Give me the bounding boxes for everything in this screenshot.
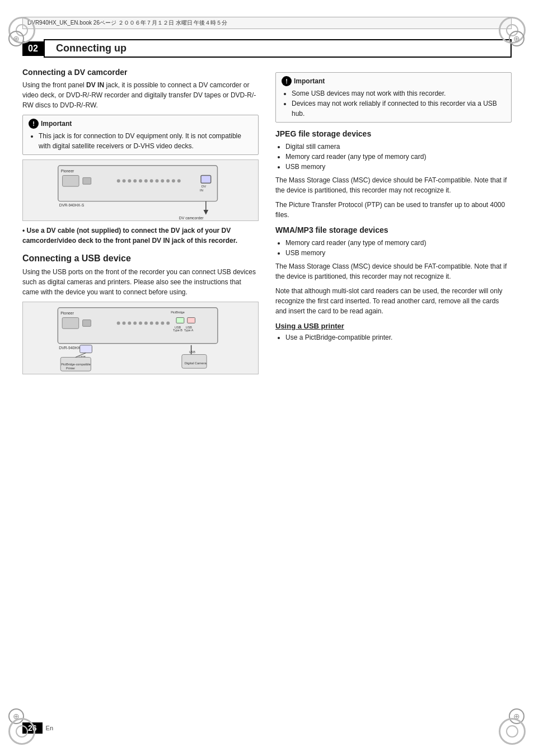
- usb-important-box: ! Important Some USB devices may not wor…: [275, 72, 512, 123]
- dv-important-box: ! Important This jack is for connection …: [22, 115, 259, 155]
- svg-rect-24: [62, 318, 79, 329]
- list-item: Use a PictBridge-compatible printer.: [285, 332, 512, 342]
- dv-important-header: ! Important: [29, 119, 252, 129]
- svg-text:DV camcorder: DV camcorder: [179, 216, 204, 220]
- corner-mark-tr: ⊕: [509, 31, 526, 48]
- svg-rect-0: [58, 166, 218, 201]
- svg-point-34: [161, 321, 164, 325]
- svg-text:Type A: Type A: [184, 328, 194, 332]
- svg-rect-39: [188, 318, 195, 323]
- dv-section-title: Connecting a DV camcorder: [22, 68, 259, 77]
- svg-point-29: [133, 321, 137, 325]
- usb-important-header: ! Important: [282, 76, 505, 86]
- warning-icon-usb: !: [282, 76, 292, 86]
- page-lang: En: [46, 725, 53, 731]
- list-item: Devices may not work reliably if connect…: [292, 98, 505, 119]
- svg-point-6: [128, 179, 131, 182]
- right-column: ! Important Some USB devices may not wor…: [275, 68, 512, 379]
- svg-text:PictBridge: PictBridge: [171, 311, 185, 314]
- svg-rect-22: [58, 308, 218, 344]
- svg-point-13: [166, 179, 170, 182]
- svg-point-33: [156, 321, 159, 325]
- list-item: This jack is for connection to DV equipm…: [39, 131, 252, 151]
- chapter-title: Connecting up: [44, 39, 512, 58]
- svg-point-30: [139, 321, 142, 325]
- svg-rect-2: [63, 175, 79, 186]
- bottom-right-decoration: [499, 718, 526, 745]
- svg-text:IN: IN: [200, 189, 203, 192]
- list-item: Digital still camera: [285, 142, 512, 152]
- svg-point-12: [161, 179, 164, 182]
- usb-printer-section: Using a USB printer Use a PictBridge-com…: [275, 322, 512, 342]
- usb-important-label: Important: [294, 77, 325, 85]
- svg-point-4: [117, 179, 120, 182]
- svg-point-27: [123, 321, 126, 325]
- dv-important-list: This jack is for connection to DV equipm…: [29, 131, 252, 151]
- usb-device-diagram: Pioneer: [22, 302, 259, 374]
- wma-section-title: WMA/MP3 file storage devices: [275, 226, 512, 234]
- svg-text:Digital Camera: Digital Camera: [185, 361, 207, 365]
- file-header: DVR940HX_UK_EN.book 26ページ ２００６年７月１２日 水曜日…: [22, 17, 512, 29]
- usb-important-list: Some USB devices may not work with this …: [282, 88, 505, 119]
- list-item: Some USB devices may not work with this …: [292, 88, 505, 98]
- svg-point-26: [117, 321, 120, 325]
- svg-rect-3: [83, 177, 91, 184]
- wma-section: WMA/MP3 file storage devices Memory card…: [275, 226, 512, 316]
- file-header-text: DVR940HX_UK_EN.book 26ページ ２００６年７月１２日 水曜日…: [27, 20, 227, 26]
- dv-bold-note: • Use a DV cable (not supplied) to conne…: [22, 226, 259, 246]
- wma-body2: Note that although multi-slot card reade…: [275, 286, 512, 316]
- jpeg-section-title: JPEG file storage devices: [275, 129, 512, 138]
- dv-device-diagram: Pioneer: [22, 159, 259, 221]
- svg-rect-44: [80, 345, 92, 353]
- svg-point-9: [144, 179, 148, 182]
- dv-section-body: Using the front panel DV IN jack, it is …: [22, 80, 259, 110]
- svg-point-32: [150, 321, 153, 325]
- usb-printer-list: Use a PictBridge-compatible printer.: [275, 332, 512, 342]
- list-item: USB memory: [285, 248, 512, 258]
- jpeg-list: Digital still camera Memory card reader …: [275, 142, 512, 172]
- dv-important-label: Important: [41, 120, 72, 128]
- svg-text:Type B: Type B: [173, 328, 182, 332]
- svg-point-35: [166, 321, 170, 325]
- jpeg-section: JPEG file storage devices Digital still …: [275, 129, 512, 220]
- svg-point-5: [123, 179, 126, 182]
- usb-device-section: Connecting a USB device Using the USB po…: [22, 253, 259, 374]
- svg-point-10: [150, 179, 153, 182]
- jpeg-body1: The Mass Storage Class (MSC) device shou…: [275, 175, 512, 195]
- svg-point-31: [144, 321, 148, 325]
- bottom-left-decoration: [8, 718, 35, 745]
- svg-text:Pioneer: Pioneer: [60, 311, 74, 315]
- page: DVR940HX_UK_EN.book 26ページ ２００６年７月１２日 水曜日…: [0, 0, 534, 756]
- warning-icon-dv: !: [29, 119, 39, 129]
- svg-point-15: [177, 179, 181, 182]
- svg-text:USB: USB: [189, 350, 196, 354]
- left-column: Connecting a DV camcorder Using the fron…: [22, 68, 259, 379]
- svg-rect-36: [176, 318, 184, 323]
- list-item: USB memory: [285, 162, 512, 172]
- corner-mark-tl: ⊕: [8, 31, 25, 48]
- svg-rect-25: [83, 320, 91, 327]
- svg-text:DV: DV: [202, 185, 206, 188]
- svg-point-14: [172, 179, 175, 182]
- chapter-header: 02 Connecting up: [22, 39, 512, 58]
- svg-point-7: [133, 179, 137, 182]
- list-item: Memory card reader (any type of memory c…: [285, 238, 512, 248]
- svg-rect-16: [201, 175, 211, 183]
- usb-section-body: Using the USB ports on the front of the …: [22, 267, 259, 297]
- content-area: Connecting a DV camcorder Using the fron…: [22, 68, 512, 379]
- usb-printer-title: Using a USB printer: [275, 322, 512, 330]
- usb-section-title: Connecting a USB device: [22, 253, 259, 264]
- svg-point-28: [128, 321, 131, 325]
- svg-point-8: [139, 179, 142, 182]
- wma-body1: The Mass Storage Class (MSC) device shou…: [275, 261, 512, 281]
- svg-text:Pioneer: Pioneer: [61, 169, 74, 173]
- wma-list: Memory card reader (any type of memory c…: [275, 238, 512, 258]
- svg-text:DVR-940HX-S: DVR-940HX-S: [59, 203, 85, 207]
- svg-text:Printer: Printer: [66, 367, 75, 370]
- jpeg-body2: The Picture Transfer Protocol (PTP) can …: [275, 200, 512, 220]
- list-item: Memory card reader (any type of memory c…: [285, 152, 512, 162]
- svg-point-11: [156, 179, 159, 182]
- dv-camcorder-section: Connecting a DV camcorder Using the fron…: [22, 68, 259, 246]
- svg-text:PictBridge-compatible: PictBridge-compatible: [61, 363, 91, 366]
